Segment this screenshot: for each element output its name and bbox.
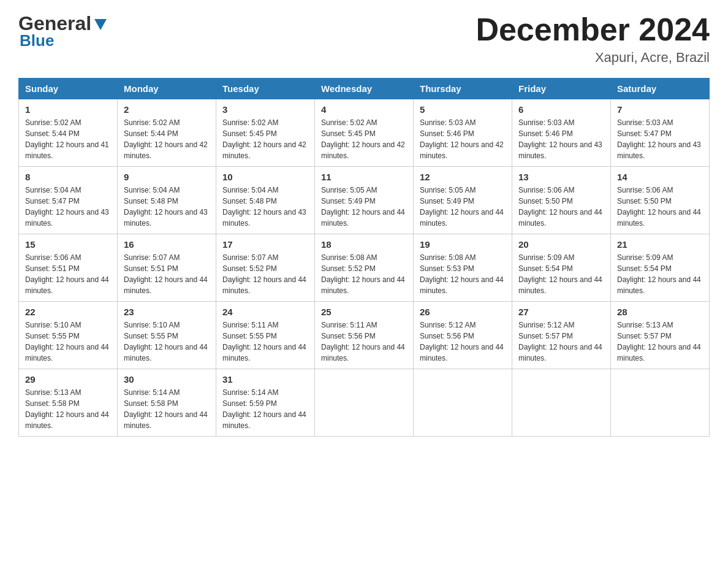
day-number: 9 xyxy=(124,172,210,182)
calendar-week-1: 1Sunrise: 5:02 AMSunset: 5:44 PMDaylight… xyxy=(19,99,710,167)
day-info: Sunrise: 5:05 AMSunset: 5:49 PMDaylight:… xyxy=(321,185,407,229)
calendar-cell: 13Sunrise: 5:06 AMSunset: 5:50 PMDayligh… xyxy=(512,167,611,234)
day-info: Sunrise: 5:06 AMSunset: 5:50 PMDaylight:… xyxy=(518,185,604,229)
title-section: December 2024 Xapuri, Acre, Brazil xyxy=(476,12,710,66)
day-info: Sunrise: 5:09 AMSunset: 5:54 PMDaylight:… xyxy=(617,252,703,296)
calendar-cell: 29Sunrise: 5:13 AMSunset: 5:58 PMDayligh… xyxy=(19,369,118,437)
calendar-cell: 20Sunrise: 5:09 AMSunset: 5:54 PMDayligh… xyxy=(512,234,611,302)
day-number: 20 xyxy=(518,239,604,250)
svg-marker-0 xyxy=(94,19,107,30)
day-number: 22 xyxy=(25,307,111,317)
page-header: General Blue December 2024 Xapuri, Acre,… xyxy=(18,12,710,66)
day-number: 3 xyxy=(222,104,308,115)
day-info: Sunrise: 5:12 AMSunset: 5:56 PMDaylight:… xyxy=(420,320,506,364)
calendar-cell: 21Sunrise: 5:09 AMSunset: 5:54 PMDayligh… xyxy=(611,234,710,302)
day-info: Sunrise: 5:04 AMSunset: 5:47 PMDaylight:… xyxy=(25,185,111,229)
col-header-sunday: Sunday xyxy=(19,79,118,99)
day-number: 19 xyxy=(420,239,506,250)
calendar-week-5: 29Sunrise: 5:13 AMSunset: 5:58 PMDayligh… xyxy=(19,369,710,437)
calendar-cell xyxy=(512,369,611,437)
day-info: Sunrise: 5:13 AMSunset: 5:58 PMDaylight:… xyxy=(25,387,111,431)
location-subtitle: Xapuri, Acre, Brazil xyxy=(476,50,710,66)
day-info: Sunrise: 5:06 AMSunset: 5:50 PMDaylight:… xyxy=(617,185,703,229)
calendar-cell: 15Sunrise: 5:06 AMSunset: 5:51 PMDayligh… xyxy=(19,234,118,302)
day-info: Sunrise: 5:02 AMSunset: 5:44 PMDaylight:… xyxy=(124,117,210,161)
calendar-cell: 5Sunrise: 5:03 AMSunset: 5:46 PMDaylight… xyxy=(414,99,512,167)
day-info: Sunrise: 5:07 AMSunset: 5:52 PMDaylight:… xyxy=(222,252,308,296)
calendar-cell: 8Sunrise: 5:04 AMSunset: 5:47 PMDaylight… xyxy=(19,167,118,234)
day-number: 29 xyxy=(25,374,111,385)
day-number: 16 xyxy=(124,239,210,250)
calendar-cell: 28Sunrise: 5:13 AMSunset: 5:57 PMDayligh… xyxy=(611,302,710,369)
calendar-cell: 7Sunrise: 5:03 AMSunset: 5:47 PMDaylight… xyxy=(611,99,710,167)
day-number: 14 xyxy=(617,172,703,182)
calendar-cell: 27Sunrise: 5:12 AMSunset: 5:57 PMDayligh… xyxy=(512,302,611,369)
day-number: 4 xyxy=(321,104,407,115)
day-info: Sunrise: 5:14 AMSunset: 5:58 PMDaylight:… xyxy=(124,387,210,431)
calendar-cell: 16Sunrise: 5:07 AMSunset: 5:51 PMDayligh… xyxy=(118,234,216,302)
logo-blue: Blue xyxy=(20,31,54,50)
day-number: 31 xyxy=(222,374,308,385)
calendar-cell: 22Sunrise: 5:10 AMSunset: 5:55 PMDayligh… xyxy=(19,302,118,369)
day-info: Sunrise: 5:10 AMSunset: 5:55 PMDaylight:… xyxy=(25,320,111,364)
calendar-cell: 6Sunrise: 5:03 AMSunset: 5:46 PMDaylight… xyxy=(512,99,611,167)
day-info: Sunrise: 5:10 AMSunset: 5:55 PMDaylight:… xyxy=(124,320,210,364)
day-info: Sunrise: 5:12 AMSunset: 5:57 PMDaylight:… xyxy=(518,320,604,364)
calendar-cell: 11Sunrise: 5:05 AMSunset: 5:49 PMDayligh… xyxy=(315,167,414,234)
day-number: 17 xyxy=(222,239,308,250)
day-number: 26 xyxy=(420,307,506,317)
col-header-saturday: Saturday xyxy=(611,79,710,99)
day-number: 2 xyxy=(124,104,210,115)
day-info: Sunrise: 5:07 AMSunset: 5:51 PMDaylight:… xyxy=(124,252,210,296)
day-number: 24 xyxy=(222,307,308,317)
day-number: 18 xyxy=(321,239,407,250)
calendar-cell xyxy=(414,369,512,437)
day-info: Sunrise: 5:08 AMSunset: 5:52 PMDaylight:… xyxy=(321,252,407,296)
calendar-cell: 25Sunrise: 5:11 AMSunset: 5:56 PMDayligh… xyxy=(315,302,414,369)
day-number: 5 xyxy=(420,104,506,115)
calendar-week-2: 8Sunrise: 5:04 AMSunset: 5:47 PMDaylight… xyxy=(19,167,710,234)
day-info: Sunrise: 5:02 AMSunset: 5:44 PMDaylight:… xyxy=(25,117,111,161)
calendar-header-row: SundayMondayTuesdayWednesdayThursdayFrid… xyxy=(19,79,710,99)
col-header-monday: Monday xyxy=(118,79,216,99)
month-title: December 2024 xyxy=(476,12,710,47)
calendar-cell xyxy=(611,369,710,437)
day-info: Sunrise: 5:11 AMSunset: 5:56 PMDaylight:… xyxy=(321,320,407,364)
day-info: Sunrise: 5:04 AMSunset: 5:48 PMDaylight:… xyxy=(124,185,210,229)
calendar-cell: 17Sunrise: 5:07 AMSunset: 5:52 PMDayligh… xyxy=(216,234,315,302)
day-number: 21 xyxy=(617,239,703,250)
calendar-cell: 9Sunrise: 5:04 AMSunset: 5:48 PMDaylight… xyxy=(118,167,216,234)
calendar-cell: 24Sunrise: 5:11 AMSunset: 5:55 PMDayligh… xyxy=(216,302,315,369)
calendar-cell: 31Sunrise: 5:14 AMSunset: 5:59 PMDayligh… xyxy=(216,369,315,437)
day-number: 6 xyxy=(518,104,604,115)
col-header-wednesday: Wednesday xyxy=(315,79,414,99)
day-number: 30 xyxy=(124,374,210,385)
day-info: Sunrise: 5:04 AMSunset: 5:48 PMDaylight:… xyxy=(222,185,308,229)
calendar-cell: 12Sunrise: 5:05 AMSunset: 5:49 PMDayligh… xyxy=(414,167,512,234)
calendar-cell xyxy=(315,369,414,437)
calendar-cell: 19Sunrise: 5:08 AMSunset: 5:53 PMDayligh… xyxy=(414,234,512,302)
logo: General Blue xyxy=(18,12,108,50)
calendar-cell: 14Sunrise: 5:06 AMSunset: 5:50 PMDayligh… xyxy=(611,167,710,234)
day-info: Sunrise: 5:03 AMSunset: 5:46 PMDaylight:… xyxy=(518,117,604,161)
day-info: Sunrise: 5:03 AMSunset: 5:47 PMDaylight:… xyxy=(617,117,703,161)
col-header-tuesday: Tuesday xyxy=(216,79,315,99)
day-info: Sunrise: 5:05 AMSunset: 5:49 PMDaylight:… xyxy=(420,185,506,229)
day-info: Sunrise: 5:11 AMSunset: 5:55 PMDaylight:… xyxy=(222,320,308,364)
calendar-week-3: 15Sunrise: 5:06 AMSunset: 5:51 PMDayligh… xyxy=(19,234,710,302)
calendar-cell: 4Sunrise: 5:02 AMSunset: 5:45 PMDaylight… xyxy=(315,99,414,167)
day-number: 23 xyxy=(124,307,210,317)
calendar-cell: 30Sunrise: 5:14 AMSunset: 5:58 PMDayligh… xyxy=(118,369,216,437)
day-info: Sunrise: 5:06 AMSunset: 5:51 PMDaylight:… xyxy=(25,252,111,296)
calendar-cell: 26Sunrise: 5:12 AMSunset: 5:56 PMDayligh… xyxy=(414,302,512,369)
calendar-cell: 2Sunrise: 5:02 AMSunset: 5:44 PMDaylight… xyxy=(118,99,216,167)
day-number: 25 xyxy=(321,307,407,317)
day-info: Sunrise: 5:02 AMSunset: 5:45 PMDaylight:… xyxy=(321,117,407,161)
day-number: 10 xyxy=(222,172,308,182)
calendar-week-4: 22Sunrise: 5:10 AMSunset: 5:55 PMDayligh… xyxy=(19,302,710,369)
day-number: 8 xyxy=(25,172,111,182)
day-info: Sunrise: 5:09 AMSunset: 5:54 PMDaylight:… xyxy=(518,252,604,296)
logo-arrow-icon xyxy=(93,17,108,33)
day-number: 27 xyxy=(518,307,604,317)
calendar-table: SundayMondayTuesdayWednesdayThursdayFrid… xyxy=(18,78,710,437)
